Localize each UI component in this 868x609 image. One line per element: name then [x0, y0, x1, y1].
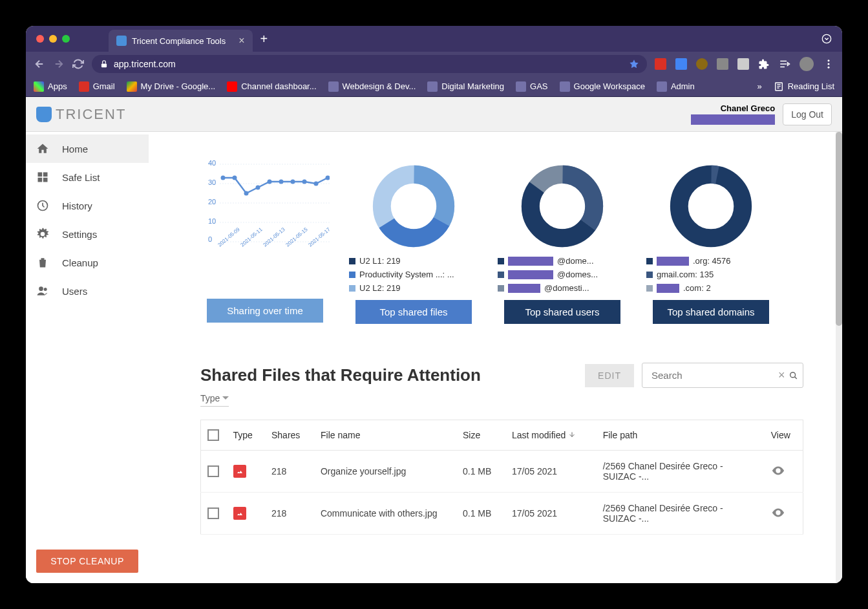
- bookmark-admin[interactable]: Admin: [657, 81, 695, 92]
- chart-top-domains: .org: 4576 gmail.com: 135 .com: 2 Top sh…: [646, 158, 776, 324]
- donut-chart-files: [372, 164, 456, 248]
- redacted-user: [508, 257, 553, 266]
- svg-point-29: [291, 180, 295, 184]
- back-button[interactable]: [34, 58, 45, 70]
- col-path[interactable]: File path: [597, 420, 765, 451]
- svg-text:2021-05-09: 2021-05-09: [217, 226, 242, 248]
- edit-button[interactable]: EDIT: [585, 364, 634, 387]
- bookmark-gmail[interactable]: Gmail: [79, 81, 115, 92]
- profile-avatar[interactable]: [799, 57, 814, 71]
- window-close-button[interactable]: [36, 35, 44, 43]
- legend-label: U2 L2: 219: [359, 282, 401, 295]
- cell-size: 0.1 MB: [456, 451, 505, 493]
- bookmark-webdesign[interactable]: Webdesign & Dev...: [328, 81, 416, 92]
- reading-list-button[interactable]: Reading List: [774, 81, 834, 92]
- history-icon: [36, 199, 49, 212]
- chart-button-users[interactable]: Top shared users: [504, 300, 620, 324]
- sidebar-label: Safe List: [62, 172, 100, 183]
- app-header: TRICENT Chanel Greco Log Out: [26, 97, 842, 132]
- col-shares[interactable]: Shares: [265, 420, 314, 451]
- legend-label: U2 L1: 219: [359, 255, 401, 268]
- chart-button-domains[interactable]: Top shared domains: [653, 300, 769, 324]
- cell-modified: 17/05 2021: [505, 451, 597, 493]
- sidebar-item-safelist[interactable]: Safe List: [26, 163, 149, 191]
- extensions-icon[interactable]: [758, 58, 770, 70]
- view-icon[interactable]: [771, 506, 785, 520]
- clear-icon[interactable]: ×: [778, 369, 785, 382]
- sidebar-item-settings[interactable]: Settings: [26, 220, 149, 248]
- col-modified[interactable]: Last modified: [505, 420, 597, 451]
- legend-label: @domes...: [557, 268, 598, 282]
- tab-close-button[interactable]: ×: [238, 35, 244, 47]
- sidebar-item-home[interactable]: Home: [26, 134, 149, 163]
- sidebar-item-history[interactable]: History: [26, 191, 149, 220]
- row-checkbox[interactable]: [207, 465, 219, 477]
- stop-cleanup-button[interactable]: STOP CLEANUP: [36, 550, 138, 573]
- menu-icon[interactable]: [823, 58, 834, 70]
- svg-rect-6: [38, 173, 43, 177]
- logout-button[interactable]: Log Out: [783, 103, 832, 125]
- redacted-user: [508, 284, 540, 293]
- search-icon[interactable]: [789, 369, 798, 382]
- window-minimize-button[interactable]: [49, 35, 57, 43]
- new-tab-button[interactable]: +: [260, 32, 268, 47]
- star-icon[interactable]: [629, 59, 639, 69]
- ext-icon-4[interactable]: [717, 58, 728, 70]
- home-icon: [36, 142, 49, 155]
- ext-icon-2[interactable]: [675, 58, 687, 70]
- vertical-scrollbar[interactable]: [836, 132, 842, 583]
- bookmark-drive[interactable]: My Drive - Google...: [127, 81, 216, 92]
- svg-point-31: [314, 182, 319, 186]
- cell-size: 0.1 MB: [456, 493, 505, 535]
- bookmark-marketing[interactable]: Digital Marketing: [427, 81, 504, 92]
- ext-icon-3[interactable]: [696, 58, 708, 70]
- table-row: 218 Communicate with others.jpg 0.1 MB 1…: [201, 493, 803, 535]
- search-input[interactable]: [648, 366, 778, 385]
- cell-shares: 218: [265, 493, 314, 535]
- svg-point-4: [828, 67, 830, 69]
- svg-text:30: 30: [208, 178, 216, 186]
- address-bar[interactable]: app.tricent.com: [92, 55, 647, 73]
- svg-point-46: [790, 372, 795, 378]
- bookmarks-overflow[interactable]: »: [757, 81, 761, 91]
- row-checkbox[interactable]: [207, 508, 219, 519]
- col-view: View: [765, 420, 803, 451]
- chevron-down-icon[interactable]: [821, 34, 832, 44]
- svg-text:0: 0: [208, 235, 212, 243]
- forward-button[interactable]: [53, 58, 65, 70]
- chart-button-files[interactable]: Top shared files: [355, 300, 472, 324]
- bookmark-gas[interactable]: GAS: [516, 81, 547, 92]
- col-filename[interactable]: File name: [314, 420, 456, 451]
- chart-button-sharing[interactable]: Sharing over time: [207, 299, 323, 323]
- col-type[interactable]: Type: [227, 420, 265, 451]
- safelist-icon: [36, 171, 49, 184]
- files-table: Type Shares File name Size Last modified…: [200, 420, 803, 535]
- ext-icon-5[interactable]: [737, 58, 749, 70]
- col-size[interactable]: Size: [456, 420, 505, 451]
- sidebar: Home Safe List History Settings Cleanup: [26, 132, 149, 583]
- view-icon[interactable]: [771, 464, 785, 478]
- donut-chart-users: [520, 164, 604, 248]
- window-maximize-button[interactable]: [62, 35, 70, 43]
- cell-modified: 17/05 2021: [505, 493, 597, 535]
- search-box[interactable]: ×: [642, 363, 803, 388]
- browser-titlebar: Tricent Compliance Tools × +: [26, 26, 842, 52]
- type-filter[interactable]: Type: [200, 393, 229, 407]
- bookmark-apps[interactable]: Apps: [34, 81, 67, 92]
- select-all-checkbox[interactable]: [207, 429, 219, 441]
- browser-toolbar: app.tricent.com: [26, 52, 842, 76]
- bookmark-channel[interactable]: Channel dashboar...: [227, 81, 316, 92]
- sidebar-item-users[interactable]: Users: [26, 277, 149, 305]
- cell-shares: 218: [265, 451, 314, 493]
- bookmark-workspace[interactable]: Google Workspace: [560, 81, 645, 92]
- sidebar-item-cleanup[interactable]: Cleanup: [26, 248, 149, 277]
- ext-icon-1[interactable]: [655, 58, 666, 70]
- legend-label: .com: 2: [683, 282, 711, 295]
- svg-point-26: [256, 186, 260, 190]
- svg-point-11: [39, 286, 43, 291]
- gear-icon: [36, 228, 49, 240]
- chart-top-files: U2 L1: 219 Productivity System ...: ... …: [349, 158, 478, 324]
- playlist-icon[interactable]: [779, 58, 790, 70]
- reload-button[interactable]: [72, 58, 84, 70]
- browser-tab[interactable]: Tricent Compliance Tools ×: [109, 30, 253, 52]
